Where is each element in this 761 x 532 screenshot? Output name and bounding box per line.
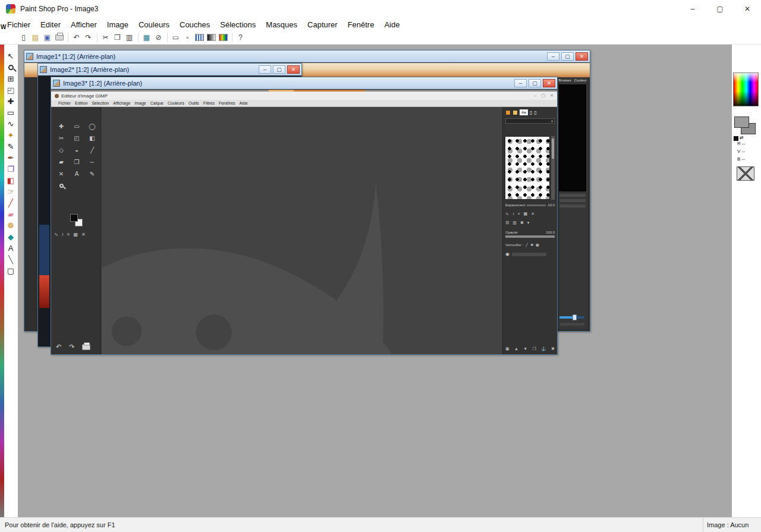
minimize-button[interactable]: –: [514, 79, 527, 87]
app-titlebar[interactable]: Paint Shop Pro - Image3 – ▢ ✕: [0, 0, 761, 18]
flood-fill-tool[interactable]: ◆: [4, 231, 17, 243]
dropper-tool[interactable]: ✎: [4, 141, 17, 152]
new-icon[interactable]: ▯: [18, 32, 29, 43]
toolbar-separator: [97, 33, 98, 42]
wilber-watermark: [102, 107, 502, 354]
zoom-tool[interactable]: [4, 62, 17, 73]
dock-preview: [559, 84, 586, 191]
paste-icon[interactable]: ▥: [124, 32, 135, 43]
undo-icon[interactable]: ↶: [71, 32, 82, 43]
close-button[interactable]: ✕: [287, 65, 300, 74]
menu-fichier[interactable]: Fichier: [7, 20, 30, 29]
toolbar-separator: [167, 33, 168, 42]
image3-titlebar[interactable]: Image3* [1:2] (Arrière-plan) – ▢ ✕: [51, 77, 557, 89]
menu-masques[interactable]: Masques: [266, 20, 297, 29]
gimp-fg-bg-colors: [70, 214, 84, 228]
text-tool[interactable]: A: [4, 243, 17, 254]
close-button[interactable]: ✕: [734, 0, 761, 18]
maximize-button[interactable]: ▢: [529, 79, 541, 87]
close-button[interactable]: ✕: [576, 52, 588, 61]
gimp-dock-minirow1: ∿ ≀ ≡ ▦ ✕: [505, 212, 534, 216]
menu-couches[interactable]: Couches: [180, 20, 210, 29]
print-icon[interactable]: [54, 32, 65, 43]
image2-titlebar[interactable]: Image2* [1:2] (Arrière-plan) – ▢ ✕: [38, 64, 301, 75]
dock-bottom-icon: ⚓: [541, 347, 546, 351]
crop-tool[interactable]: ◰: [4, 84, 17, 96]
paintbrush-tool[interactable]: ✒: [4, 152, 17, 163]
image-window-icon: [40, 66, 47, 73]
retouch-tool[interactable]: ☞: [4, 186, 17, 197]
image3-window[interactable]: Image3* [1:2] (Arrière-plan) – ▢ ✕ Edite…: [51, 77, 558, 355]
maximize-button[interactable]: ▢: [273, 65, 285, 74]
minimize-button[interactable]: –: [547, 52, 559, 61]
document-tab-icon: ▯: [534, 110, 536, 115]
menu-image[interactable]: Image: [107, 20, 128, 29]
gimp-close-glyph: ✕: [550, 93, 554, 98]
opacity-slider: [505, 235, 555, 238]
dock-mini-icon: ☰: [505, 221, 509, 225]
browse-icon[interactable]: ▦: [141, 32, 152, 43]
color-image-sliver: [0, 45, 4, 517]
menu-capturer[interactable]: Capturer: [307, 20, 338, 29]
preset-shapes-tool[interactable]: ▢: [4, 265, 17, 276]
copy-icon[interactable]: ❐: [112, 32, 123, 43]
maximize-button[interactable]: ▢: [561, 52, 574, 61]
dock-mini-icon: ✖: [520, 221, 524, 225]
menu-afficher[interactable]: Afficher: [71, 20, 97, 29]
image3-canvas[interactable]: Editeur d'image GIMP – ▢ ✕ Fichier Editi…: [51, 90, 557, 354]
histogram-icon[interactable]: [194, 32, 205, 43]
colors-icon[interactable]: [218, 32, 229, 43]
scratch-remover-tool[interactable]: ╱: [4, 197, 17, 209]
gimp-scissors-icon: ✂: [54, 134, 69, 142]
clone-brush-tool[interactable]: ❐: [4, 163, 17, 175]
color-replacer-tool[interactable]: ◧: [4, 175, 17, 186]
maximize-button[interactable]: ▢: [706, 0, 734, 18]
menu-selections[interactable]: Sélections: [220, 20, 256, 29]
normal-viewing-icon[interactable]: ⊘: [153, 32, 164, 43]
foreground-swatch[interactable]: [734, 117, 749, 128]
minimize-button[interactable]: –: [679, 0, 706, 18]
minimize-button[interactable]: –: [259, 65, 271, 74]
open-icon[interactable]: ▤: [30, 32, 41, 43]
context-help-icon[interactable]: ?: [235, 32, 246, 43]
dock-bar: [559, 204, 586, 207]
gimp-mini-icon: ∿: [54, 232, 58, 237]
color-picker-swatch[interactable]: [733, 73, 759, 106]
menu-fenetre[interactable]: Fenêtre: [348, 20, 375, 29]
gimp-redo-icon: ↷: [69, 343, 74, 351]
rgb-readout: R -- V -- B --: [737, 140, 745, 163]
dock-bottom-icon: ▣: [505, 347, 510, 351]
null-texture-swatch[interactable]: [737, 166, 754, 181]
dock-bar: [559, 199, 586, 202]
gimp-window-controls: – ▢ ✕: [534, 93, 554, 98]
cut-icon[interactable]: ✂: [100, 32, 111, 43]
image1-controls: – ▢ ✕: [547, 52, 588, 61]
magic-wand-tool[interactable]: ✦: [4, 130, 17, 141]
menu-editer[interactable]: Editer: [40, 20, 61, 29]
gimp-layer-row: ◉: [505, 251, 546, 257]
main-area: ↖ ⊞ ◰ ✚ ▭ ∿ ✦ ✎ ✒ ❐ ◧ ☞ ╱ ▰ ❁ ◆ A ╲ ▢: [0, 45, 761, 517]
save-icon[interactable]: ▣: [42, 32, 53, 43]
image1-titlebar[interactable]: Image1* [1:2] (Arrière-plan) – ▢ ✕: [24, 51, 590, 62]
draw-tool[interactable]: ╲: [4, 254, 17, 265]
gimp-dock-bottom-icons: ▣ ▲ ▼ ❐ ⚓ ✖: [505, 347, 555, 351]
close-button[interactable]: ✕: [543, 79, 555, 87]
arrow-tool[interactable]: ↖: [4, 51, 17, 62]
selection-tool[interactable]: ▭: [4, 107, 17, 118]
menu-aide[interactable]: Aide: [384, 20, 400, 29]
redo-icon[interactable]: ↷: [83, 32, 94, 43]
move-tool[interactable]: ✚: [4, 96, 17, 107]
freehand-tool[interactable]: ∿: [4, 118, 17, 130]
mdi-workspace: Image1* [1:2] (Arrière-plan) – ▢ ✕ Bross…: [18, 45, 732, 517]
window-icon[interactable]: ▫: [182, 32, 193, 43]
gimp-brush-filter: ▾: [505, 118, 555, 124]
zoom-preview-icon[interactable]: ▭: [170, 32, 181, 43]
dock-bottom-icon: ▲: [514, 347, 518, 351]
picture-tube-tool[interactable]: ❁: [4, 220, 17, 231]
eraser-tool[interactable]: ▰: [4, 209, 17, 220]
spacing-slider: [527, 204, 546, 206]
gradient-icon[interactable]: [206, 32, 217, 43]
gimp-minimize-glyph: –: [534, 93, 537, 98]
menu-couleurs[interactable]: Couleurs: [139, 20, 169, 29]
deform-tool[interactable]: ⊞: [4, 73, 17, 84]
